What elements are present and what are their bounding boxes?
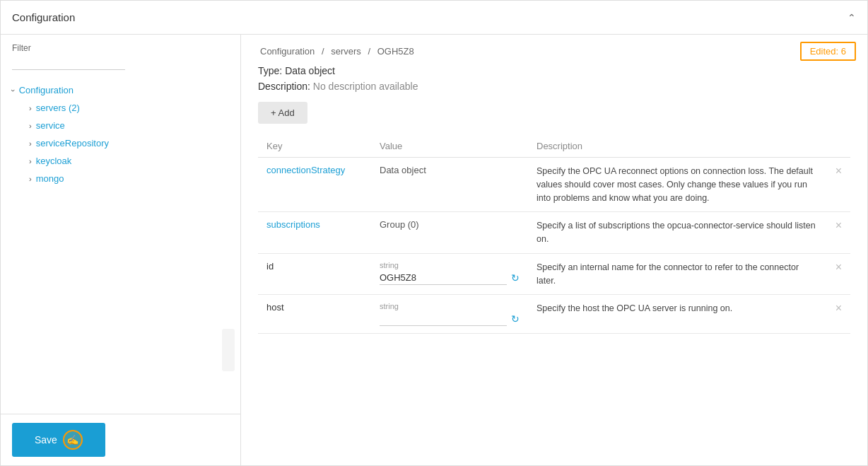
sidebar: Filter Configuration servers (2) service <box>1 35 241 465</box>
delete-subscriptions-button[interactable]: × <box>835 219 842 231</box>
add-button[interactable]: + Add <box>258 102 307 124</box>
filter-label: Filter <box>12 43 229 53</box>
refresh-id-icon[interactable]: ↻ <box>511 272 520 284</box>
edited-badge: Edited: 6 <box>800 42 856 61</box>
filter-section: Filter <box>1 35 240 76</box>
servicerepository-label: serviceRepository <box>36 138 109 148</box>
desc-connectionstrategy: Specify the OPC UA reconnect options on … <box>528 158 827 212</box>
table-row: host string ↻ Specify the host the OPC U… <box>258 295 850 334</box>
breadcrumb-servers[interactable]: servers <box>331 46 361 57</box>
input-id[interactable] <box>380 271 507 285</box>
sidebar-item-servicerepository[interactable]: serviceRepository <box>1 134 240 152</box>
sidebar-item-keycloak[interactable]: keycloak <box>1 152 240 170</box>
refresh-host-icon[interactable]: ↻ <box>511 313 520 325</box>
description-line: Description: No description available <box>258 81 850 92</box>
value-id: string ↻ <box>371 253 528 295</box>
col-key: Key <box>258 135 371 158</box>
tree-root-chevron <box>12 86 15 95</box>
filter-input[interactable] <box>12 56 125 70</box>
header-title: Configuration <box>12 11 75 23</box>
sidebar-footer: Save ✍ <box>1 414 240 465</box>
type-line: Type: Data object <box>258 65 850 76</box>
delete-host-button[interactable]: × <box>835 302 842 314</box>
col-description: Description <box>528 135 827 158</box>
key-id: id <box>258 253 371 295</box>
servers-chevron <box>29 104 32 112</box>
keycloak-label: keycloak <box>36 156 72 166</box>
col-action <box>827 135 850 158</box>
table-row: subscriptions Group (0) Specify a list o… <box>258 212 850 254</box>
value-subscriptions: Group (0) <box>371 212 528 254</box>
action-subscriptions: × <box>827 212 850 254</box>
main-content: Edited: 6 Configuration / servers / OGH5… <box>241 35 867 465</box>
sidebar-item-service[interactable]: service <box>1 117 240 134</box>
delete-connectionstrategy-button[interactable]: × <box>835 165 842 177</box>
key-connectionstrategy[interactable]: connectionStrategy <box>258 158 371 212</box>
col-value: Value <box>371 135 528 158</box>
table-row: id string ↻ Specify an internal name for… <box>258 253 850 295</box>
action-host: × <box>827 295 850 334</box>
key-subscriptions[interactable]: subscriptions <box>258 212 371 254</box>
breadcrumb: Configuration / servers / OGH5Z8 <box>258 46 850 57</box>
mongo-label: mongo <box>36 173 64 184</box>
servicerepository-chevron <box>29 139 32 148</box>
tree-root-item[interactable]: Configuration <box>1 81 240 99</box>
cursor-indicator: ✍ <box>63 430 83 450</box>
keycloak-chevron <box>29 157 32 165</box>
collapse-icon[interactable]: ⌃ <box>848 12 856 23</box>
save-button[interactable]: Save ✍ <box>12 423 105 457</box>
value-connectionstrategy: Data object <box>371 158 528 212</box>
servers-label: servers (2) <box>36 103 80 113</box>
input-host[interactable] <box>380 312 507 326</box>
tree-container: Configuration servers (2) service servic… <box>1 76 240 414</box>
value-host: string ↻ <box>371 295 528 334</box>
desc-id: Specify an internal name for the connect… <box>528 253 827 295</box>
breadcrumb-ogh5z8[interactable]: OGH5Z8 <box>377 46 414 57</box>
action-id: × <box>827 253 850 295</box>
service-chevron <box>29 122 32 130</box>
mongo-chevron <box>29 175 32 183</box>
desc-subscriptions: Specify a list of subscriptions the opcu… <box>528 212 827 254</box>
action-connectionstrategy: × <box>827 158 850 212</box>
type-hint-id: string <box>380 261 520 269</box>
delete-id-button[interactable]: × <box>835 261 842 273</box>
config-table: Key Value Description connectionStrategy… <box>258 135 850 334</box>
sidebar-item-mongo[interactable]: mongo <box>1 170 240 187</box>
breadcrumb-config[interactable]: Configuration <box>260 46 315 57</box>
table-row: connectionStrategy Data object Specify t… <box>258 158 850 212</box>
scroll-indicator <box>222 329 235 371</box>
tree-root-label: Configuration <box>19 85 74 95</box>
desc-host: Specify the host the OPC UA server is ru… <box>528 295 827 334</box>
type-hint-host: string <box>380 302 520 310</box>
config-header: Configuration ⌃ <box>1 1 867 35</box>
sidebar-item-servers[interactable]: servers (2) <box>1 99 240 117</box>
key-host: host <box>258 295 371 334</box>
service-label: service <box>36 120 65 131</box>
